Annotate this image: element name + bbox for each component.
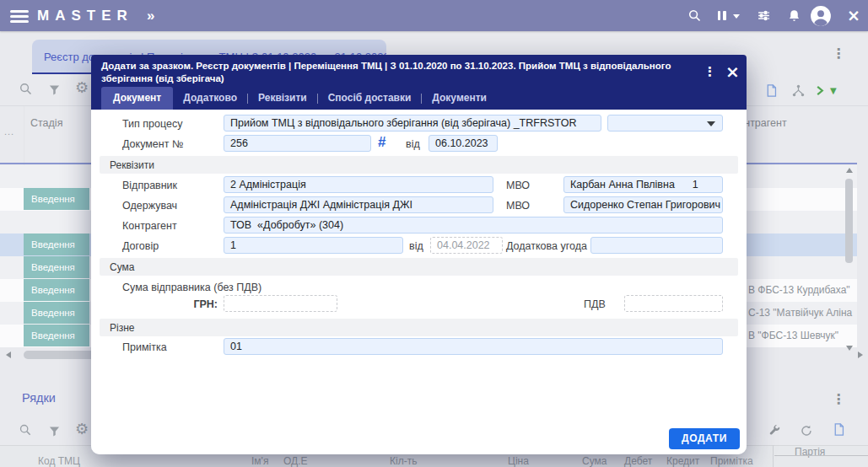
rows-refresh-icon[interactable] — [800, 424, 813, 437]
sender-mvo-label: МВО — [506, 177, 530, 194]
logo-chevrons: » — [147, 8, 155, 24]
window-close-icon[interactable]: × — [847, 8, 860, 24]
rows-search-icon[interactable] — [19, 423, 32, 437]
sender-label: Відправник — [122, 177, 177, 194]
add-button[interactable]: ДОДАТИ — [669, 428, 740, 449]
contract-date-from-label: від — [409, 238, 423, 255]
registry-next-chevron-icon[interactable] — [815, 85, 825, 96]
vat-input[interactable] — [624, 295, 723, 312]
rows-col-name[interactable]: Ім'я — [251, 455, 268, 467]
process-type-select[interactable] — [607, 115, 723, 132]
contragent-cell: С-13 "Матвійчук Аліна — [748, 302, 852, 325]
stage-badge: Введення — [24, 279, 89, 301]
rows-section-title: Рядки — [22, 391, 56, 405]
dialog-header: Додати за зразком. Реєстр документів | П… — [91, 55, 747, 110]
dialog-close-icon[interactable]: × — [725, 63, 740, 80]
stage-badge: Введення — [24, 234, 89, 255]
contragent-cell: В ФБС-13 Курдибаха" — [748, 279, 850, 302]
tab-delivery-method[interactable]: Спосіб доставки — [318, 87, 422, 110]
vat-label: ПДВ — [584, 296, 606, 313]
scroll-down-arrow[interactable] — [846, 346, 853, 351]
tab-documents[interactable]: Документи — [422, 87, 497, 110]
rows-col-code[interactable]: Код ТМЦ — [38, 455, 80, 467]
sum-sender-caption: Сума відправника (без ПДВ) — [122, 279, 261, 296]
stage-badge: Введення — [24, 188, 89, 210]
rows-col-unit[interactable]: ОД.Е — [283, 455, 308, 467]
extra-agreement-input[interactable] — [590, 237, 723, 254]
hamburger-menu-icon[interactable] — [10, 10, 29, 23]
contract-input[interactable]: 1 — [224, 237, 403, 254]
tab-document[interactable]: Документ — [101, 87, 173, 110]
registry-kebab-menu-icon[interactable]: ⋮ — [832, 47, 845, 61]
rows-wrench-icon[interactable] — [768, 424, 781, 437]
doc-number-input[interactable]: 256 — [224, 135, 371, 152]
contract-label: Договір — [122, 238, 159, 255]
tab-requisites[interactable]: Реквізити — [248, 87, 317, 110]
column-header-stage[interactable]: Стадія — [30, 117, 62, 129]
note-label: Примітка — [122, 339, 167, 356]
sender-mvo-input[interactable]: Карбан Анна Пвлівна 1 — [563, 176, 723, 193]
overflow-cell[interactable]: ... — [4, 126, 14, 137]
dialog-kebab-menu-icon[interactable]: ⋮ — [704, 66, 716, 78]
scroll-left-arrow[interactable] — [6, 352, 11, 358]
contragent-input[interactable]: ТОВ «Добробут» (304) — [224, 217, 723, 234]
registry-new-document-icon[interactable] — [764, 83, 779, 98]
receiver-mvo-input[interactable]: Сидоренко Степан Григорович 84 — [563, 196, 723, 213]
rows-col-debit[interactable]: Дебет — [624, 455, 652, 467]
receiver-input[interactable]: Адміністрація ДЖІ Адміністрація ДЖІ — [224, 196, 493, 213]
tune-icon[interactable] — [757, 8, 771, 23]
section-requisites: Реквізити — [100, 156, 738, 174]
rows-kebab-menu-icon[interactable]: ⋮ — [832, 393, 845, 406]
rows-settings-gear-icon[interactable]: ⚙ — [75, 421, 89, 437]
sender-input[interactable]: 2 Адміністрація — [224, 176, 493, 193]
rows-batch-group-underline — [774, 455, 868, 456]
select-caret-icon — [707, 121, 715, 126]
rows-col-qty[interactable]: Кіл-ть — [390, 455, 417, 467]
tab-additional[interactable]: Додатково — [173, 87, 247, 110]
process-type-label: Тип процесу — [122, 115, 182, 132]
registry-search-icon[interactable] — [19, 82, 33, 96]
process-type-input[interactable]: Прийом ТМЦ з відповідального зберігання … — [224, 115, 601, 132]
doc-date-input[interactable]: 06.10.2023 — [429, 135, 498, 152]
rows-filter-icon[interactable] — [48, 425, 61, 437]
rows-new-document-icon[interactable] — [832, 422, 846, 437]
doc-date-from-label: від — [406, 136, 420, 153]
contract-date-input[interactable]: 04.04.2022 — [430, 237, 503, 254]
rows-col-note[interactable]: Примітка — [710, 455, 753, 467]
scroll-right-arrow[interactable] — [858, 352, 863, 358]
screen: MASTER » × Реєстр документів | Переміщен… — [0, 0, 868, 467]
app-logo: MASTER — [37, 8, 133, 24]
user-avatar[interactable] — [810, 5, 832, 27]
search-icon[interactable] — [687, 8, 702, 23]
dialog-tabs: Документ Додатково Реквізити Спосіб дост… — [101, 87, 497, 110]
receiver-label: Одержувач — [122, 197, 177, 214]
pause-icon[interactable] — [718, 11, 726, 20]
extra-agreement-label: Додаткова угода — [506, 238, 587, 255]
section-misc: Різне — [100, 319, 738, 336]
vertical-scrollbar-thumb[interactable] — [845, 179, 853, 263]
note-input[interactable]: 01 — [224, 338, 723, 355]
rows-col-price[interactable]: Ціна — [508, 455, 529, 467]
number-generator-hash-icon[interactable]: # — [378, 134, 385, 151]
dialog-title: Додати за зразком. Реєстр документів | П… — [101, 60, 696, 85]
registry-flow-icon[interactable] — [791, 83, 806, 98]
registry-expand-triangle-icon[interactable]: ▼ — [830, 86, 837, 95]
rows-header-divider — [773, 445, 774, 467]
grn-input[interactable] — [224, 295, 337, 312]
add-document-dialog: Додати за зразком. Реєстр документів | П… — [91, 55, 747, 454]
stage-badge: Введення — [24, 256, 89, 278]
doc-number-label: Документ № — [122, 136, 183, 153]
notifications-bell-icon[interactable] — [787, 8, 801, 23]
contragent-cell: В "ФБС-13 Шевчук" — [748, 325, 838, 347]
contragent-label: Контрагент — [122, 217, 177, 234]
grn-label: ГРН: — [175, 296, 218, 313]
registry-settings-gear-icon[interactable]: ⚙ — [75, 80, 89, 95]
section-sum: Сума — [100, 258, 738, 276]
stage-badge: Введення — [24, 325, 89, 346]
rows-col-credit[interactable]: Кредит — [666, 455, 699, 467]
scroll-up-arrow[interactable] — [846, 168, 853, 173]
registry-filter-icon[interactable] — [48, 83, 61, 96]
rows-col-sum[interactable]: Сума — [582, 455, 607, 467]
pause-dropdown-caret-icon[interactable] — [733, 14, 740, 19]
stage-badge: Введення — [24, 302, 89, 324]
